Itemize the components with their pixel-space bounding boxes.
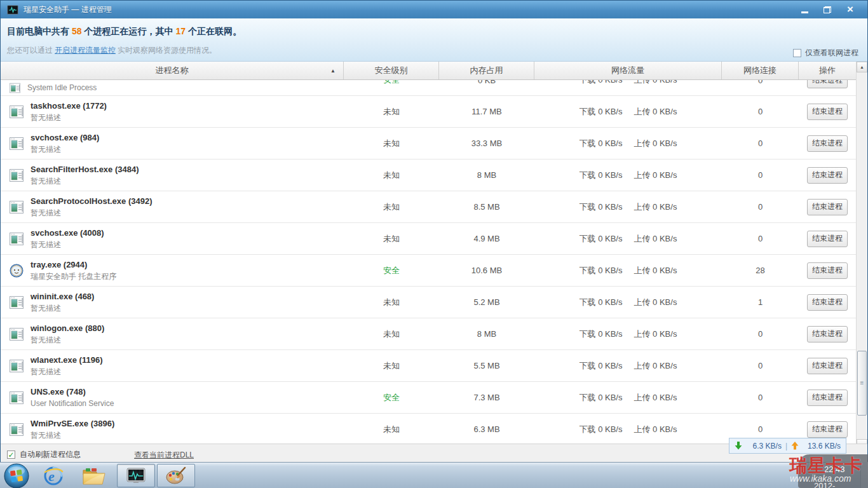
kill-process-button[interactable]: 结束进程 xyxy=(807,199,848,215)
download-traffic: 下载 0 KB/s xyxy=(580,297,623,308)
memory-usage-cell: 5.5 MB xyxy=(439,350,534,381)
online-only-checkbox-box[interactable] xyxy=(793,49,801,57)
memory-usage: 5.5 MB xyxy=(473,361,499,370)
kill-process-button[interactable]: 结束进程 xyxy=(807,390,848,406)
connection-count: 0 xyxy=(758,107,763,116)
column-header-name[interactable]: 进程名称 ▲ xyxy=(1,62,344,79)
memory-usage: 7.3 MB xyxy=(473,393,499,402)
security-level-cell: 安全 xyxy=(344,80,439,88)
process-name-cell: SearchFilterHost.exe (3484) 暂无描述 xyxy=(1,159,344,191)
upload-traffic: 上传 0 KB/s xyxy=(634,138,677,149)
kill-process-button[interactable]: 结束进程 xyxy=(807,421,848,438)
action-cell: 结束进程 xyxy=(799,255,856,286)
kill-process-button[interactable]: 结束进程 xyxy=(807,135,848,152)
kill-process-button[interactable]: 结束进程 xyxy=(807,104,848,120)
process-text: svchost.exe (4008) 暂无描述 xyxy=(31,228,104,250)
autorefresh-checkbox-box[interactable]: ✓ xyxy=(7,451,15,459)
memory-usage: 8 MB xyxy=(477,170,496,180)
process-name: UNS.exe (748) xyxy=(31,387,114,397)
taskbar-ie-icon[interactable]: e xyxy=(39,464,67,487)
process-name-cell: wininit.exe (468) 暂无描述 xyxy=(1,287,344,318)
network-traffic-cell: 下载 0 KB/s 上传 0 KB/s xyxy=(534,350,722,381)
download-traffic: 下载 0 KB/s xyxy=(580,170,623,181)
taskbar-paint-button[interactable] xyxy=(157,464,195,487)
default-process-icon xyxy=(10,391,24,405)
upload-traffic: 上传 0 KB/s xyxy=(634,392,677,403)
process-description: System Idle Process xyxy=(27,83,97,93)
default-process-icon xyxy=(10,232,24,246)
security-level: 未知 xyxy=(383,138,400,149)
column-header-memory[interactable]: 内存占用 xyxy=(439,62,534,79)
upload-speed: 13.6 KB/s xyxy=(799,442,841,451)
taskbar-explorer-icon[interactable] xyxy=(80,464,108,487)
default-process-icon xyxy=(10,105,24,119)
enable-traffic-monitor-link[interactable]: 开启进程流量监控 xyxy=(55,46,116,55)
memory-usage: 5.2 MB xyxy=(473,297,499,307)
memory-usage-cell: 33.3 MB xyxy=(439,128,534,159)
kill-process-button[interactable]: 结束进程 xyxy=(807,167,848,184)
security-level: 未知 xyxy=(383,106,400,118)
upload-traffic: 上传 0 KB/s xyxy=(634,201,677,213)
process-description: 暂无描述 xyxy=(31,113,107,123)
restore-button[interactable] xyxy=(819,4,836,15)
column-header-traffic[interactable]: 网络流量 xyxy=(534,62,722,79)
memory-usage-cell: 5.2 MB xyxy=(439,287,534,318)
window-title: 瑞星安全助手 — 进程管理 xyxy=(24,4,112,15)
download-speed: 6.3 KB/s xyxy=(742,442,782,451)
kill-process-button[interactable]: 结束进程 xyxy=(807,231,848,247)
network-connections-cell: 0 xyxy=(722,191,799,222)
close-button[interactable]: × xyxy=(842,4,858,15)
kill-process-button[interactable]: 结束进程 xyxy=(807,80,848,88)
security-level: 安全 xyxy=(383,392,400,403)
process-description: 暂无描述 xyxy=(31,177,139,186)
network-connections-cell: 0 xyxy=(722,80,799,88)
column-header-connections[interactable]: 网络连接 xyxy=(722,62,799,79)
online-only-checkbox[interactable]: 仅查看联网进程 xyxy=(793,48,858,58)
memory-usage-cell: 4.9 MB xyxy=(439,223,534,254)
upload-traffic: 上传 0 KB/s xyxy=(634,424,677,435)
process-manager-icon xyxy=(126,468,146,484)
default-process-icon xyxy=(10,423,24,437)
process-name-cell: WmiPrvSE.exe (3896) 暂无描述 xyxy=(1,414,344,444)
connection-count: 0 xyxy=(758,170,763,180)
view-dll-link[interactable]: 查看当前进程DLL xyxy=(134,450,194,461)
taskbar-process-manager-button[interactable] xyxy=(117,464,155,487)
network-connections-cell: 0 xyxy=(722,128,799,159)
process-text: taskhost.exe (1772) 暂无描述 xyxy=(31,101,107,123)
minimize-button[interactable] xyxy=(796,4,813,15)
download-traffic: 下载 0 KB/s xyxy=(580,106,623,118)
memory-usage-cell: 10.6 MB xyxy=(439,255,534,286)
default-process-icon xyxy=(10,327,24,341)
network-connections-cell: 0 xyxy=(722,318,799,349)
security-level: 未知 xyxy=(383,201,400,213)
process-description: 暂无描述 xyxy=(31,367,102,377)
scrollbar-thumb[interactable]: ≡ xyxy=(857,351,867,416)
summary-mid: 个进程正在运行，其中 xyxy=(85,26,173,36)
process-name: winlogon.exe (880) xyxy=(31,323,104,334)
security-level: 未知 xyxy=(383,297,400,308)
start-button[interactable] xyxy=(4,463,29,488)
action-cell: 结束进程 xyxy=(799,191,856,222)
kill-process-button[interactable]: 结束进程 xyxy=(807,326,848,342)
hint-suffix: 实时观察网络资源使用情况。 xyxy=(118,46,217,55)
vertical-scrollbar[interactable]: ▲ ≡ ▼ xyxy=(856,62,867,450)
network-traffic-cell: 下载 0 KB/s 上传 0 KB/s xyxy=(534,414,722,444)
action-cell: 结束进程 xyxy=(799,287,856,318)
action-cell: 结束进程 xyxy=(799,80,856,88)
show-desktop-button[interactable] xyxy=(860,462,868,488)
process-name: svchost.exe (4008) xyxy=(31,228,104,238)
kill-process-button[interactable]: 结束进程 xyxy=(807,262,848,279)
autorefresh-checkbox[interactable]: ✓ 自动刷新进程信息 xyxy=(7,449,81,460)
kill-process-button[interactable]: 结束进程 xyxy=(807,358,848,374)
process-row: svchost.exe (4008) 暂无描述 未知 4.9 MB 下载 0 K… xyxy=(1,223,856,255)
scroll-up-arrow[interactable]: ▲ xyxy=(857,62,867,72)
process-name: SearchProtocolHost.exe (3492) xyxy=(31,196,152,207)
table-header: 进程名称 ▲ 安全级别 内存占用 网络流量 网络连接 操作 xyxy=(1,62,856,80)
memory-usage-cell: 6.3 MB xyxy=(439,414,534,444)
kill-process-button[interactable]: 结束进程 xyxy=(807,294,848,311)
column-header-level[interactable]: 安全级别 xyxy=(344,62,439,79)
download-traffic: 下载 0 KB/s xyxy=(580,360,623,372)
process-name: taskhost.exe (1772) xyxy=(31,101,107,111)
memory-usage: 6.3 MB xyxy=(473,424,499,434)
column-header-action[interactable]: 操作 xyxy=(799,62,856,79)
